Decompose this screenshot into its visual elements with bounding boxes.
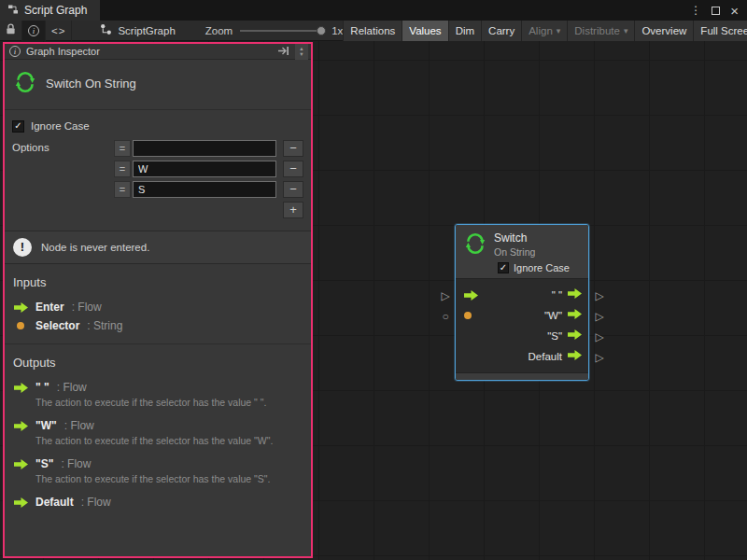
graph-toolbar: i <> ScriptGraph Zoom 1x Relations Value…	[0, 21, 747, 41]
flow-output-connector-icon[interactable]: ▷	[594, 331, 605, 343]
step-down-icon[interactable]: ▾	[300, 51, 303, 57]
output-port-row: Default : Flow	[5, 493, 311, 511]
port-description: The action to execute if the selector ha…	[5, 473, 311, 493]
value-input-connector-icon[interactable]: ○	[440, 311, 451, 322]
port-description: The action to execute if the selector ha…	[5, 397, 311, 416]
ignore-case-checkbox[interactable]: ✓	[12, 120, 24, 133]
port-type: : Flow	[72, 301, 102, 314]
dock-panel-icon[interactable]	[277, 46, 289, 58]
chevron-down-icon: ▾	[624, 26, 628, 35]
flow-output-connector-icon[interactable]: ▷	[594, 290, 605, 301]
flow-output-connector-icon[interactable]: ▷	[594, 311, 605, 322]
flow-output-port-icon[interactable]	[568, 288, 582, 301]
port-description: The action to execute if the selector ha…	[5, 435, 311, 455]
flow-port-icon	[13, 302, 28, 313]
carry-button[interactable]: Carry	[481, 21, 521, 41]
tab-script-graph[interactable]: Script Graph	[0, 0, 100, 21]
port-type: : Flow	[64, 419, 94, 432]
zoom-slider-knob[interactable]	[317, 26, 326, 35]
overview-button[interactable]: Overview	[634, 21, 693, 41]
zoom-label: Zoom	[205, 25, 233, 36]
distribute-dropdown[interactable]: Distribute ▾	[567, 21, 634, 41]
flow-output-port-icon[interactable]	[568, 329, 582, 343]
port-name: Default	[35, 496, 74, 509]
warning-text: Node is never entered.	[41, 242, 149, 253]
port-name: Enter	[35, 301, 64, 314]
node-output-row[interactable]: "W"	[456, 305, 588, 326]
window-menu-icon[interactable]: ⋮	[690, 4, 701, 17]
options-list: Options = − = − = −	[12, 140, 303, 218]
inspected-node-title: Switch On String	[46, 77, 136, 91]
value-port-icon	[13, 322, 28, 329]
option-value-input[interactable]	[133, 140, 276, 157]
distribute-label: Distribute	[574, 25, 620, 36]
dim-button[interactable]: Dim	[448, 21, 481, 41]
tab-label: Script Graph	[24, 4, 87, 17]
inspector-toggle-button[interactable]: i	[22, 21, 46, 41]
window-maximize-icon[interactable]	[712, 7, 720, 15]
option-row: = −	[114, 181, 303, 198]
option-value-input[interactable]	[133, 181, 276, 198]
flow-output-connector-icon[interactable]: ▷	[594, 352, 605, 363]
node-body: " " "W" "S" Default	[456, 278, 588, 372]
drag-handle-icon[interactable]: =	[114, 181, 131, 198]
node-ignore-case-checkbox[interactable]: ✓	[498, 262, 509, 273]
inputs-header: Inputs	[5, 264, 311, 298]
node-subtitle: On String	[494, 246, 535, 258]
switch-on-string-node[interactable]: Switch On String ✓ Ignore Case " "	[455, 224, 589, 381]
flow-input-port-icon[interactable]	[464, 290, 478, 303]
lock-button[interactable]	[0, 21, 22, 41]
ignore-case-label: Ignore Case	[31, 120, 90, 132]
switch-node-icon	[463, 231, 487, 259]
output-port-row: " " : Flow	[5, 378, 311, 397]
align-label: Align	[529, 25, 553, 36]
chevron-down-icon: ▾	[557, 26, 561, 35]
window-controls: ⋮ ×	[690, 4, 747, 18]
port-type: : String	[87, 319, 122, 332]
graph-name-label: ScriptGraph	[118, 25, 175, 36]
node-title: Switch	[494, 231, 535, 245]
node-ignore-case-label: Ignore Case	[514, 262, 570, 273]
port-name: Selector	[35, 319, 79, 332]
input-port-row: Selector : String	[5, 316, 311, 335]
zoom-slider[interactable]	[240, 30, 324, 32]
drag-handle-icon[interactable]: =	[114, 140, 131, 157]
code-view-button[interactable]: <>	[46, 21, 72, 41]
graph-breadcrumb[interactable]: ScriptGraph	[100, 23, 175, 37]
flow-output-port-icon[interactable]	[568, 350, 582, 363]
warning-icon: !	[13, 238, 32, 257]
zoom-control: Zoom 1x	[205, 25, 344, 36]
flow-input-connector-icon[interactable]: ▷	[440, 290, 451, 301]
align-dropdown[interactable]: Align ▾	[521, 21, 567, 41]
remove-option-button[interactable]: −	[283, 161, 303, 177]
code-icon: <>	[51, 25, 65, 36]
node-output-row[interactable]: "S"	[456, 326, 588, 346]
panel-stepper[interactable]: ▴ ▾	[295, 44, 308, 60]
node-output-row[interactable]: Default	[456, 346, 588, 367]
flow-port-icon	[13, 497, 28, 508]
option-row: = −	[114, 161, 303, 177]
drag-handle-icon[interactable]: =	[114, 161, 131, 177]
remove-option-button[interactable]: −	[283, 181, 303, 198]
port-name: "S"	[35, 457, 53, 470]
info-icon: i	[9, 46, 21, 57]
zoom-value: 1x	[331, 25, 343, 36]
inspector-header: i Graph Inspector ▴ ▾	[5, 44, 311, 60]
relations-button[interactable]: Relations	[343, 21, 402, 41]
option-value-input[interactable]	[133, 161, 276, 177]
outputs-header: Outputs	[5, 343, 311, 378]
flow-output-port-icon[interactable]	[568, 309, 582, 322]
add-option-button[interactable]: +	[283, 202, 303, 218]
window-close-icon[interactable]: ×	[730, 4, 739, 18]
info-icon: i	[28, 25, 39, 36]
values-button[interactable]: Values	[402, 21, 447, 41]
selector-input-port-icon[interactable]	[464, 312, 472, 319]
switch-node-icon	[13, 70, 37, 97]
inspected-node-title-row: Switch On String	[5, 60, 311, 110]
node-header[interactable]: Switch On String ✓ Ignore Case	[456, 225, 588, 278]
fullscreen-button[interactable]: Full Screen	[693, 21, 747, 41]
script-graph-tab-icon	[7, 4, 19, 18]
port-type: : Flow	[61, 457, 91, 470]
remove-option-button[interactable]: −	[283, 140, 303, 157]
port-type: : Flow	[81, 496, 111, 509]
